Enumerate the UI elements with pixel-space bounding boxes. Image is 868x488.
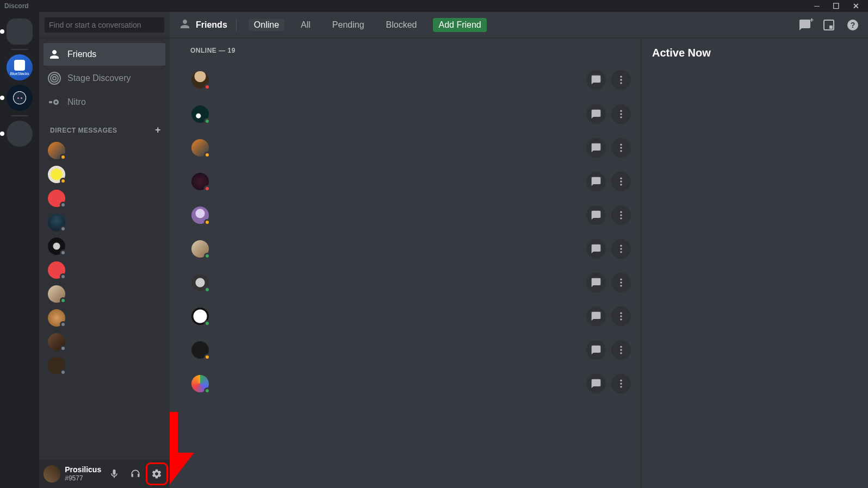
dm-avatar	[48, 214, 65, 231]
create-dm-button[interactable]: +	[155, 124, 161, 136]
user-name: Prosilicus	[65, 465, 101, 474]
status-indicator	[60, 345, 66, 352]
active-now-title: Active Now	[652, 47, 857, 59]
more-button[interactable]	[611, 374, 631, 393]
friend-row[interactable]	[186, 366, 636, 400]
message-button[interactable]	[586, 273, 606, 292]
tab-blocked[interactable]: Blocked	[381, 19, 423, 31]
svg-point-25	[620, 245, 622, 246]
message-button[interactable]	[586, 172, 606, 191]
dm-avatar	[48, 166, 65, 183]
message-button[interactable]	[586, 104, 606, 124]
more-button[interactable]	[611, 138, 631, 158]
svg-point-22	[620, 211, 622, 212]
svg-point-12	[620, 82, 622, 84]
tab-online[interactable]: Online	[249, 19, 284, 31]
friend-row[interactable]	[186, 97, 636, 130]
user-avatar[interactable]	[44, 465, 60, 483]
settings-button[interactable]	[148, 465, 165, 483]
maximize-button[interactable]: ☐	[833, 2, 840, 10]
dm-item[interactable]	[44, 187, 165, 210]
server-item[interactable]	[7, 121, 33, 147]
server-list: BlueStacks	[0, 12, 39, 488]
message-button[interactable]	[586, 306, 606, 326]
mute-button[interactable]	[106, 465, 122, 483]
server-pill	[0, 132, 4, 136]
add-friend-button[interactable]: Add Friend	[433, 18, 486, 32]
more-button[interactable]	[611, 205, 631, 225]
friend-avatar	[191, 341, 209, 359]
user-info[interactable]: Prosilicus #9577	[65, 465, 101, 482]
server-pill	[0, 96, 4, 100]
message-button[interactable]	[586, 239, 606, 259]
friend-avatar	[191, 308, 209, 325]
svg-point-0	[53, 77, 56, 80]
svg-point-19	[620, 177, 622, 179]
dm-item[interactable]	[44, 354, 165, 377]
close-button[interactable]: ✕	[853, 2, 859, 10]
friend-row[interactable]	[186, 63, 636, 97]
status-indicator	[204, 387, 210, 394]
friend-avatar	[191, 71, 209, 89]
dm-item[interactable]	[44, 163, 165, 186]
svg-point-36	[620, 352, 622, 354]
friend-avatar	[191, 105, 209, 123]
message-button[interactable]	[586, 374, 606, 393]
more-button[interactable]	[611, 239, 631, 259]
server-separator	[11, 115, 28, 116]
svg-point-33	[620, 318, 622, 320]
svg-point-21	[620, 184, 622, 185]
message-button[interactable]	[586, 340, 606, 360]
dm-item[interactable]	[44, 259, 165, 281]
more-button[interactable]	[611, 340, 631, 360]
dm-avatar	[48, 142, 65, 159]
inbox-icon[interactable]	[822, 18, 835, 32]
dm-item[interactable]	[44, 139, 165, 162]
friend-row[interactable]	[186, 130, 636, 164]
dm-item[interactable]	[44, 330, 165, 353]
friend-row[interactable]	[186, 198, 636, 232]
friend-row[interactable]	[186, 265, 636, 299]
more-button[interactable]	[611, 104, 631, 124]
nitro-icon	[48, 96, 61, 109]
status-indicator	[60, 202, 66, 208]
friend-row[interactable]	[186, 232, 636, 265]
sidebar-item-nitro[interactable]: Nitro	[44, 91, 165, 114]
status-indicator	[60, 321, 66, 328]
deafen-button[interactable]	[127, 465, 144, 483]
minimize-button[interactable]: ─	[814, 2, 820, 10]
more-button[interactable]	[611, 70, 631, 90]
help-icon[interactable]: ?	[846, 18, 859, 32]
home-server[interactable]	[7, 18, 33, 45]
server-bluestacks[interactable]: BlueStacks	[7, 54, 33, 80]
friend-avatar	[191, 375, 209, 392]
dm-item[interactable]	[44, 306, 165, 329]
message-button[interactable]	[586, 138, 606, 158]
dm-item[interactable]	[44, 235, 165, 258]
message-button[interactable]	[586, 70, 606, 90]
server-opera[interactable]	[7, 85, 33, 111]
svg-point-31	[620, 312, 622, 314]
stage-icon	[48, 72, 61, 85]
tab-pending[interactable]: Pending	[327, 19, 370, 31]
new-group-dm-icon[interactable]: +	[798, 18, 811, 32]
more-button[interactable]	[611, 273, 631, 292]
search-input[interactable]	[45, 17, 164, 33]
sidebar-item-friends[interactable]: Friends	[44, 43, 165, 66]
dm-item[interactable]	[44, 211, 165, 234]
status-indicator	[204, 320, 210, 327]
tab-all[interactable]: All	[295, 19, 316, 31]
svg-point-23	[620, 214, 622, 216]
status-indicator	[204, 84, 210, 90]
svg-point-26	[620, 248, 622, 249]
friend-row[interactable]	[186, 299, 636, 333]
dm-avatar	[48, 261, 65, 279]
friend-row[interactable]	[186, 164, 636, 198]
dm-item[interactable]	[44, 283, 165, 305]
message-button[interactable]	[586, 205, 606, 225]
friend-row[interactable]	[186, 333, 636, 366]
sidebar-item-stage[interactable]: Stage Discovery	[44, 67, 165, 90]
more-button[interactable]	[611, 172, 631, 191]
friends-icon	[48, 48, 61, 61]
more-button[interactable]	[611, 306, 631, 326]
